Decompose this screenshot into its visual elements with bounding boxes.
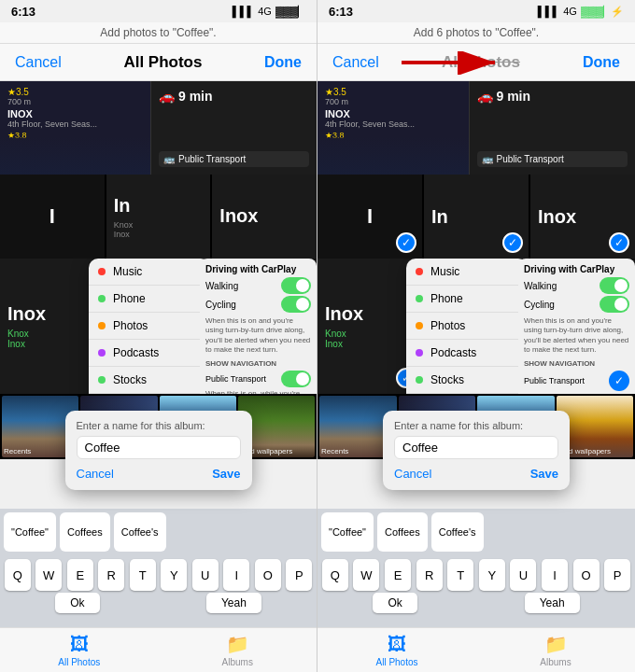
- right-settings-phone[interactable]: Phone: [406, 286, 528, 313]
- key-i[interactable]: I: [223, 559, 249, 591]
- left-tab-albums[interactable]: 📁 Albums: [159, 633, 318, 667]
- left-tab-bar: 🖼 All Photos 📁 Albums: [0, 627, 317, 672]
- right-music-label: Music: [430, 265, 459, 278]
- left-map-distance: 700 m: [7, 97, 143, 106]
- right-album-coffee[interactable]: "Coffee": [321, 512, 374, 552]
- right-popup-input[interactable]: Coffee: [394, 436, 558, 459]
- popup-cancel-btn[interactable]: Cancel: [77, 467, 114, 481]
- right-ok-yeah-row: Ok Yeah: [319, 593, 633, 613]
- right-popup-cancel-btn[interactable]: Cancel: [394, 467, 431, 481]
- music-label: Music: [113, 265, 142, 278]
- right-ok-key[interactable]: Ok: [373, 593, 416, 613]
- key-e[interactable]: E: [67, 559, 93, 591]
- left-cancel-button[interactable]: Cancel: [15, 54, 62, 71]
- left-photo-cell-1[interactable]: I: [0, 175, 105, 259]
- settings-podcasts[interactable]: Podcasts: [89, 340, 210, 367]
- left-map-card: ★3.5 700 m INOX 4th Floor, Seven Seas...…: [0, 81, 151, 175]
- left-photo-cell-2[interactable]: In Knox Inox: [106, 175, 211, 259]
- right-map-rating: ★3.5: [325, 87, 461, 97]
- popup-save-btn[interactable]: Save: [212, 467, 240, 481]
- key-t[interactable]: T: [130, 559, 156, 591]
- ok-key[interactable]: Ok: [55, 593, 99, 613]
- knox-label: Knox: [7, 329, 29, 339]
- right-map-name: INOX: [325, 108, 461, 119]
- left-done-button[interactable]: Done: [264, 54, 302, 71]
- settings-stocks[interactable]: Stocks: [89, 367, 210, 394]
- right-done-button[interactable]: Done: [583, 54, 620, 71]
- right-key-o[interactable]: O: [573, 559, 600, 591]
- key-u[interactable]: U: [192, 559, 219, 591]
- right-key-r[interactable]: R: [416, 559, 443, 591]
- right-album-coffees[interactable]: Coffees: [377, 512, 428, 552]
- right-cancel-button[interactable]: Cancel: [332, 54, 379, 71]
- right-nav-card: 🚗 9 min 🚌 Public Transport: [470, 81, 636, 175]
- battery-icon: ▓▓▓▏: [275, 6, 305, 18]
- key-w[interactable]: W: [35, 559, 62, 591]
- key-p[interactable]: P: [286, 559, 312, 591]
- transport-toggle-row: Public Transport: [205, 371, 311, 387]
- yeah-key[interactable]: Yeah: [206, 593, 261, 613]
- right-photo-cell-3[interactable]: Inox ✓: [530, 175, 635, 259]
- right-tab-all-photos[interactable]: 🖼 All Photos: [318, 634, 476, 667]
- left-photo-area: ★3.5 700 m INOX 4th Floor, Seven Seas...…: [0, 81, 317, 628]
- left-keyboard: Q W E R T Y U I O P Ok Yeah: [0, 555, 317, 628]
- right-photo-cell-2[interactable]: In ✓: [424, 175, 529, 259]
- album-coffees2[interactable]: Coffee's: [114, 512, 166, 552]
- right-status-icons: ▌▌▌ 4G ▓▓▓▏⚡: [538, 6, 624, 18]
- right-key-p[interactable]: P: [604, 559, 630, 591]
- key-r[interactable]: R: [98, 559, 124, 591]
- right-popup-save-btn[interactable]: Save: [530, 467, 558, 481]
- key-o[interactable]: O: [255, 559, 281, 591]
- right-key-y[interactable]: Y: [479, 559, 505, 591]
- walking-label: Walking: [205, 281, 238, 291]
- right-photo-cell-1[interactable]: I ✓: [318, 175, 422, 259]
- right-album-coffees2[interactable]: Coffee's: [431, 512, 484, 552]
- right-walking-toggle[interactable]: [600, 277, 629, 294]
- album-coffees[interactable]: Coffees: [60, 512, 110, 552]
- cycling-toggle[interactable]: [281, 296, 311, 313]
- inox-label: Inox: [7, 303, 46, 325]
- popup-label: Enter a name for this album:: [77, 420, 241, 431]
- settings-music[interactable]: Music: [89, 259, 210, 286]
- settings-phone[interactable]: Phone: [89, 286, 210, 313]
- right-podcasts-label: Podcasts: [430, 346, 476, 359]
- right-carplay-cycling-row: Cycling: [524, 296, 629, 313]
- albums-tab-icon: 📁: [226, 633, 249, 655]
- right-photo-text-inox: Inox: [538, 206, 576, 228]
- right-top-cards: ★3.5 700 m INOX 4th Floor, Seven Seas...…: [318, 81, 635, 175]
- right-key-t[interactable]: T: [447, 559, 473, 591]
- left-tab-all-photos[interactable]: 🖼 All Photos: [0, 634, 159, 667]
- right-key-e[interactable]: E: [385, 559, 411, 591]
- right-stocks-dot: [416, 376, 423, 384]
- key-q[interactable]: Q: [5, 559, 31, 591]
- right-settings-stocks[interactable]: Stocks: [406, 367, 528, 394]
- right-settings-podcasts[interactable]: Podcasts: [406, 340, 528, 367]
- music-dot: [98, 268, 106, 275]
- public-transport-label: Public Transport: [205, 374, 266, 384]
- right-tab-albums[interactable]: 📁 Albums: [476, 633, 635, 667]
- left-photo-cell-3[interactable]: Inox: [212, 175, 317, 259]
- right-settings-music[interactable]: Music: [406, 259, 528, 286]
- carplay-cycling-row: Cycling: [205, 296, 311, 313]
- transport-toggle[interactable]: [281, 371, 311, 387]
- show-navigation-header: SHOW NAVIGATION: [205, 359, 311, 368]
- photos-dot: [98, 322, 106, 329]
- settings-photos[interactable]: Photos: [89, 313, 210, 340]
- right-public-transport-label: Public Transport: [524, 376, 585, 385]
- right-key-i[interactable]: I: [542, 559, 568, 591]
- right-key-q[interactable]: Q: [322, 559, 348, 591]
- popup-buttons: Cancel Save: [77, 467, 241, 481]
- right-knox-label: Knox: [325, 329, 346, 339]
- transport-description: When this is on, while you're using step…: [205, 389, 311, 394]
- right-key-w[interactable]: W: [353, 559, 379, 591]
- right-settings-photos[interactable]: Photos: [406, 313, 528, 340]
- right-yeah-key[interactable]: Yeah: [525, 593, 580, 613]
- right-key-u[interactable]: U: [510, 559, 536, 591]
- key-y[interactable]: Y: [161, 559, 187, 591]
- album-coffee[interactable]: "Coffee": [4, 512, 56, 552]
- right-transport-check[interactable]: ✓: [609, 371, 629, 391]
- walking-toggle[interactable]: [281, 277, 311, 294]
- popup-input[interactable]: Coffee: [77, 436, 241, 459]
- right-inox-label2: Inox: [325, 339, 343, 349]
- right-cycling-toggle[interactable]: [600, 296, 629, 313]
